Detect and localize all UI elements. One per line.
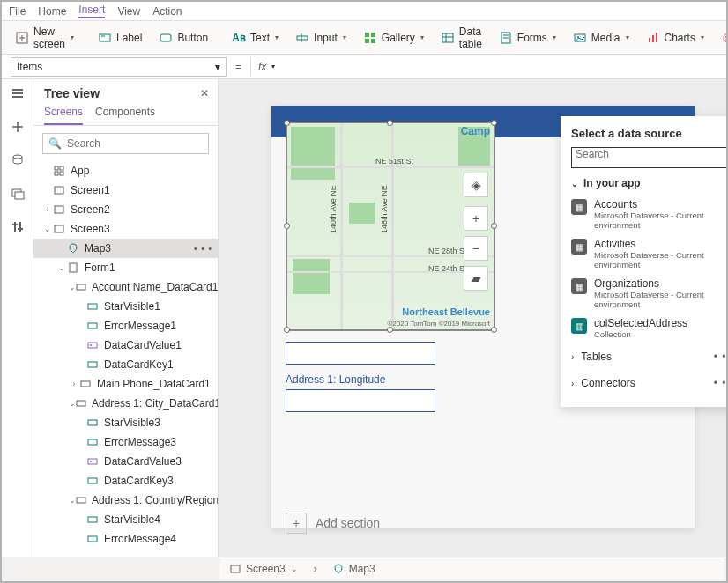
map-control[interactable]: NE 51st St NE 28th St NE 24th St 140th A… (286, 122, 495, 331)
tree-item-sv1[interactable]: StarVisible1 (33, 297, 218, 316)
tab-components[interactable]: Components (95, 106, 155, 125)
data-table-button[interactable]: Data table (435, 22, 489, 54)
tree-item-dcv1[interactable]: DataCardValue1 (33, 336, 218, 355)
formula-bar: Items▾ = fx▾ (2, 55, 726, 79)
icons-dropdown[interactable]: Icons (715, 28, 728, 48)
field-box[interactable] (286, 342, 435, 365)
add-section-button[interactable]: + Add section (286, 513, 380, 534)
map-zoom-out-button[interactable]: − (464, 236, 488, 261)
in-your-app-section[interactable]: ⌄In your app (571, 177, 726, 189)
insert-rail-button[interactable] (9, 118, 26, 136)
label-icon (86, 475, 99, 487)
svg-rect-41 (60, 172, 63, 175)
svg-rect-5 (160, 34, 171, 41)
tree-item-addrcity[interactable]: ⌄Address 1: City_DataCard1 (33, 394, 218, 413)
tree-item-em4[interactable]: ErrorMessage4 (33, 529, 218, 549)
collection-icon: ▥ (571, 318, 587, 334)
tree-search-box[interactable]: 🔍 (42, 133, 209, 154)
svg-rect-44 (55, 225, 63, 232)
more-icon[interactable]: • • • (194, 244, 212, 254)
canvas[interactable]: NE 51st St NE 28th St NE 24th St 140th A… (219, 79, 726, 557)
tree-item-addrcountry[interactable]: ⌄Address 1: Country/Region_DataCar (33, 491, 218, 510)
longitude-label: Address 1: Longitude (286, 373, 385, 386)
data-source-search[interactable] (571, 147, 726, 168)
media-rail-button[interactable] (9, 185, 26, 203)
tree-item-em3[interactable]: ErrorMessage3 (33, 432, 218, 452)
tree-item-screen2[interactable]: ›Screen2 (33, 200, 218, 219)
label-icon (86, 436, 99, 448)
tree-item-acct[interactable]: ⌄Account Name_DataCard1 (33, 277, 218, 297)
text-dropdown[interactable]: AʙText▾ (226, 28, 286, 48)
data-source-panel: Select a data source ✕ ⌄In your app ▦Acc… (561, 116, 726, 407)
map-zoom-in-button[interactable]: + (464, 206, 488, 231)
media-dropdown[interactable]: Media▾ (567, 28, 636, 48)
svg-rect-55 (88, 439, 97, 445)
more-icon[interactable]: • • • (714, 377, 726, 389)
svg-rect-47 (88, 304, 97, 309)
left-rail (2, 79, 33, 557)
menu-insert[interactable]: Insert (78, 4, 105, 18)
tree-item-app[interactable]: App (33, 161, 218, 181)
equals-label: = (227, 61, 250, 73)
ds-item-collection[interactable]: ▥colSelectedAddressCollection (571, 314, 726, 343)
tab-screens[interactable]: Screens (44, 106, 83, 125)
menu-action[interactable]: Action (152, 5, 182, 18)
tree-item-screen3[interactable]: ⌄Screen3 (33, 219, 218, 239)
tree-item-dcv3[interactable]: DataCardValue3 (33, 452, 218, 471)
tree-item-dck3[interactable]: DataCardKey3 (33, 471, 218, 491)
new-screen-icon (16, 32, 28, 44)
tree-item-sv4[interactable]: StarVisible4 (33, 510, 218, 529)
breadcrumb-separator: › (314, 563, 317, 575)
ds-item-organizations[interactable]: ▦OrganizationsMicrosoft Dataverse - Curr… (571, 274, 726, 314)
map-locate-button[interactable]: ◈ (464, 173, 488, 197)
tree-item-screen1[interactable]: Screen1 (33, 181, 218, 200)
ds-item-activities[interactable]: ▦ActivitiesMicrosoft Dataverse - Current… (571, 234, 726, 274)
tree-item-dck1[interactable]: DataCardKey1 (33, 355, 218, 374)
breadcrumb-map3[interactable]: Map3 (333, 563, 375, 575)
forms-dropdown[interactable]: Forms▾ (493, 28, 563, 48)
street-label: NE 24th St (428, 264, 467, 273)
label-icon (86, 417, 99, 429)
gallery-dropdown[interactable]: Gallery▾ (357, 28, 431, 48)
svg-rect-53 (77, 401, 85, 406)
ds-item-accounts[interactable]: ▦AccountsMicrosoft Dataverse - Current e… (571, 195, 726, 234)
tree-view-rail-button[interactable] (9, 85, 26, 102)
ribbon: New screen▾ Label Button AʙText▾ Input▾ … (2, 21, 726, 55)
data-rail-button[interactable] (9, 151, 26, 169)
new-screen-button[interactable]: New screen▾ (9, 22, 81, 54)
more-icon[interactable]: • • • (714, 351, 726, 363)
gallery-icon (364, 32, 376, 44)
svg-rect-37 (18, 228, 23, 230)
tree-search-input[interactable] (67, 137, 203, 150)
button-button[interactable]: Button (152, 28, 215, 48)
label-icon (86, 358, 99, 371)
tree-item-mainphone[interactable]: ›Main Phone_DataCard1 (33, 374, 218, 394)
map-layers-button[interactable]: ▰ (464, 266, 488, 291)
menu-file[interactable]: File (9, 5, 26, 18)
tree-item-map3[interactable]: Map3• • • (33, 239, 218, 258)
breadcrumb-screen3[interactable]: Screen3⌄ (230, 563, 298, 575)
svg-rect-45 (70, 263, 77, 272)
data-source-search-input[interactable] (576, 148, 726, 160)
svg-rect-22 (656, 33, 657, 42)
input-dropdown[interactable]: Input▾ (289, 28, 353, 48)
longitude-input[interactable] (286, 389, 435, 412)
tree-item-sv3[interactable]: StarVisible3 (33, 413, 218, 432)
menu-home[interactable]: Home (38, 5, 66, 18)
app-icon (53, 165, 65, 177)
advanced-rail-button[interactable] (9, 218, 26, 236)
data-table-icon (442, 32, 454, 44)
svg-rect-59 (77, 498, 85, 503)
charts-dropdown[interactable]: Charts▾ (640, 28, 711, 48)
tree-item-form1[interactable]: ⌄Form1 (33, 258, 218, 277)
menu-view[interactable]: View (117, 5, 140, 18)
tree-item-em1[interactable]: ErrorMessage1 (33, 316, 218, 336)
ds-category-tables[interactable]: ›Tables• • • (571, 343, 726, 370)
close-tree-button[interactable]: ✕ (200, 87, 209, 100)
formula-input[interactable]: fx▾ (250, 57, 726, 77)
ds-category-connectors[interactable]: ›Connectors• • • (571, 370, 726, 396)
dataverse-icon: ▦ (571, 278, 587, 294)
svg-rect-61 (88, 536, 97, 542)
property-dropdown[interactable]: Items▾ (11, 57, 227, 77)
label-button[interactable]: Label (92, 28, 149, 48)
